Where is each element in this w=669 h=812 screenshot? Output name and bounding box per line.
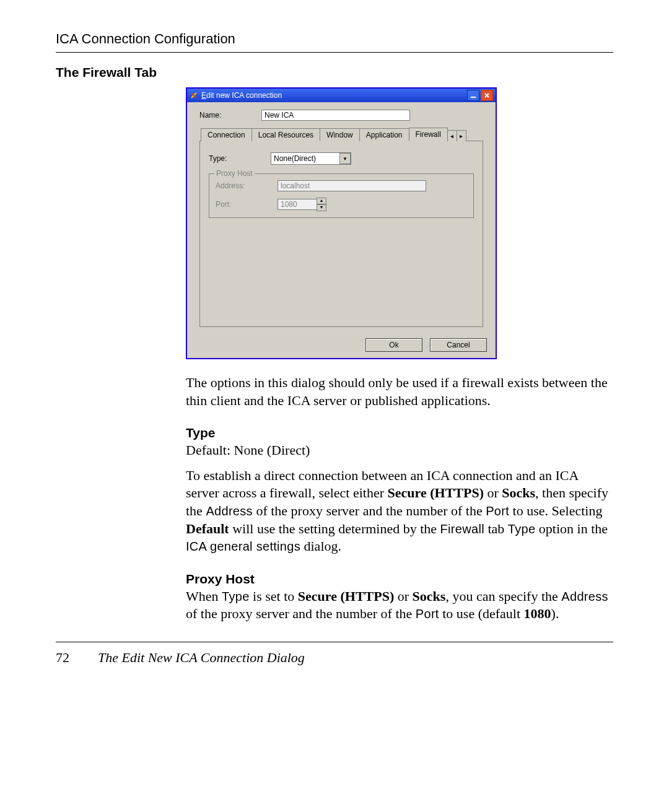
page-number: 72 — [56, 650, 81, 666]
app-icon — [190, 91, 198, 100]
name-label: Name: — [199, 111, 261, 120]
dialog-titlebar: Edit new ICA connection — [187, 89, 496, 102]
port-label: Port: — [216, 200, 278, 209]
content-indent: Edit new ICA connection Name: — [186, 87, 613, 623]
name-row: Name: — [199, 110, 483, 121]
minimize-button[interactable] — [467, 90, 479, 101]
proxy-heading: Proxy Host — [186, 572, 613, 587]
port-input — [278, 199, 317, 210]
address-label: Address: — [216, 181, 278, 190]
page-footer: 72 The Edit New ICA Connection Dialog — [56, 642, 613, 666]
spin-up-icon: ▲ — [317, 198, 326, 204]
type-row: Type: None(Direct) ▼ — [209, 152, 474, 165]
dialog-screenshot: Edit new ICA connection Name: — [186, 87, 494, 359]
type-default: Default: None (Direct) — [186, 442, 613, 460]
port-row: Port: ▲ ▼ — [216, 198, 467, 211]
dialog-title: Edit new ICA connection — [201, 91, 466, 100]
dialog-footer: Ok Cancel — [187, 333, 496, 358]
header-divider — [56, 52, 613, 53]
dialog: Edit new ICA connection Name: — [186, 87, 497, 359]
titlebar-buttons — [466, 90, 493, 101]
dialog-body: Name: Connection Local Resources Window … — [187, 102, 496, 333]
groupbox-label: Proxy Host — [214, 169, 255, 178]
proxy-host-group: Proxy Host Address: Port: ▲ — [209, 173, 474, 218]
name-input[interactable] — [261, 110, 410, 121]
ok-button[interactable]: Ok — [365, 338, 422, 352]
tab-scroll-right[interactable]: ▸ — [457, 130, 466, 141]
section-heading: The Firewall Tab — [56, 65, 613, 80]
port-spinner: ▲ ▼ — [278, 198, 326, 211]
svg-rect-0 — [471, 97, 476, 98]
type-select-value: None(Direct) — [274, 154, 316, 163]
type-heading: Type — [186, 426, 613, 440]
chevron-down-icon: ▼ — [339, 153, 351, 164]
address-row: Address: — [216, 180, 467, 191]
page-header: ICA Connection Configuration — [56, 31, 613, 47]
spin-buttons: ▲ ▼ — [317, 198, 326, 211]
proxy-paragraph: When Type is set to Secure (HTTPS) or So… — [186, 588, 613, 623]
cancel-button[interactable]: Cancel — [430, 338, 487, 352]
document-page: ICA Connection Configuration The Firewal… — [0, 0, 669, 691]
type-label: Type: — [209, 154, 271, 163]
tab-scroll-left[interactable]: ◂ — [447, 130, 457, 141]
tab-local-resources[interactable]: Local Resources — [251, 128, 320, 141]
tab-firewall[interactable]: Firewall — [409, 128, 448, 141]
type-select[interactable]: None(Direct) ▼ — [271, 152, 351, 165]
footer-title: The Edit New ICA Connection Dialog — [98, 650, 305, 666]
close-button[interactable] — [481, 90, 493, 101]
spin-down-icon: ▼ — [317, 204, 326, 211]
paragraph-intro: The options in this dialog should only b… — [186, 374, 613, 409]
tab-application[interactable]: Application — [359, 128, 409, 141]
type-paragraph: To establish a direct connection between… — [186, 467, 613, 556]
tab-bar: Connection Local Resources Window Applic… — [199, 127, 483, 141]
firewall-tab-panel: Type: None(Direct) ▼ Proxy Host Address: — [199, 141, 483, 327]
address-input — [278, 180, 426, 191]
tab-window[interactable]: Window — [320, 128, 360, 141]
tab-connection[interactable]: Connection — [201, 128, 252, 141]
